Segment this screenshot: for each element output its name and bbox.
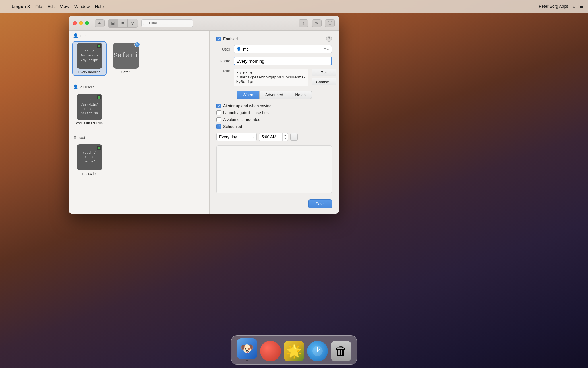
enabled-help-button[interactable]: ? [326, 36, 332, 42]
scripts-grid-me: sh ~/ Documents /MyScript Every morning … [69, 40, 209, 79]
menu-help[interactable]: Help [95, 4, 104, 9]
launch-again-label[interactable]: Launch again if it crashes [216, 110, 332, 115]
apple-menu[interactable]:  [5, 3, 7, 9]
user-field-label: User [216, 47, 230, 51]
run-field[interactable]: /bin/sh /Users/peterborgapps/Documents/ … [234, 69, 308, 86]
dock-item-perple[interactable]: 🌟 [284, 341, 304, 361]
menu-file[interactable]: File [35, 4, 42, 9]
perple-icon: 🌟 [284, 341, 304, 361]
scheduled-label[interactable]: Scheduled [216, 124, 332, 129]
detail-panel: Enabled ? User 👤 me ⌃⌄ Name Run [210, 31, 339, 214]
time-increment-button[interactable]: ▲ [283, 133, 288, 137]
script-icon-rootscript: touch / Users/ nenne/ [77, 144, 102, 170]
at-startup-text: At startup and when saving [223, 103, 272, 108]
menubar-list-icon[interactable]: ☰ [580, 4, 583, 9]
ball-icon [260, 341, 281, 361]
at-startup-label[interactable]: At startup and when saving [216, 103, 332, 108]
script-icon-every-morning: sh ~/ Documents /MyScript [77, 43, 102, 69]
name-row: Name [216, 57, 332, 65]
schedule-area [216, 145, 332, 193]
script-label-every-morning: Every morning [78, 70, 100, 74]
filter-input[interactable] [141, 19, 193, 27]
question-icon: ? [131, 21, 134, 26]
tabs-bar: When Advanced Notes [216, 91, 332, 99]
test-button[interactable]: Test [312, 69, 336, 76]
view-toggle-group: ⊞ ≡ ? [108, 19, 138, 28]
maximize-button[interactable] [85, 21, 89, 25]
schedule-dropdown[interactable]: Every day Every hour Every week Every mo… [216, 133, 257, 141]
user-dropdown-value: me [243, 47, 249, 51]
script-item-every-morning[interactable]: sh ~/ Documents /MyScript Every morning [73, 42, 106, 75]
green-dot-every-morning [97, 44, 101, 48]
divider-1 [69, 80, 209, 81]
finder-icon [237, 338, 257, 359]
launch-again-text: Launch again if it crashes [223, 110, 269, 115]
scheduled-checkbox[interactable] [216, 124, 221, 129]
green-dot-com-allusers [97, 95, 101, 99]
save-button[interactable]: Save [308, 199, 332, 208]
time-input[interactable] [259, 133, 282, 141]
share-button[interactable]: ↑ [299, 19, 308, 27]
dock-item-finder[interactable] [237, 338, 257, 361]
volume-mounted-checkbox[interactable] [216, 117, 221, 122]
section-all-users-label: all users [80, 85, 94, 89]
enabled-checkbox-label[interactable]: Enabled [216, 37, 238, 41]
menu-window[interactable]: Window [74, 4, 90, 9]
time-input-wrap: ▲ ▼ [259, 133, 288, 141]
user-row: User 👤 me ⌃⌄ [216, 45, 332, 53]
user-icon-small: 👤 [236, 47, 241, 51]
enabled-checkbox[interactable] [216, 37, 221, 41]
name-input[interactable] [234, 57, 332, 65]
filter-wrap: ⌕ [141, 19, 193, 27]
run-field-label: Run [216, 69, 230, 73]
schedule-dropdown-wrap: Every day Every hour Every week Every mo… [216, 133, 257, 141]
at-startup-checkbox[interactable] [216, 103, 221, 108]
dropdown-arrow: ⌃⌄ [324, 47, 329, 51]
scripts-grid-all-users: sh /usr/bin/ local/ script.sh com.alluse… [69, 91, 209, 131]
script-item-safari[interactable]: ✎ Safari Safari [109, 42, 142, 75]
share-icon: ↑ [302, 21, 305, 26]
section-root: 🖥 root [69, 133, 209, 141]
section-me-label: me [80, 34, 86, 38]
svg-point-3 [317, 350, 318, 352]
script-item-com-allusers[interactable]: sh /usr/bin/ local/ script.sh com.alluse… [73, 93, 106, 126]
close-button[interactable] [73, 21, 77, 25]
add-schedule-button[interactable]: + [290, 133, 298, 141]
menu-view[interactable]: View [60, 4, 69, 9]
titlebar: + ⊞ ≡ ? ⌕ ↑ ✎ ⓘ [69, 16, 339, 31]
scripts-grid-root: touch / Users/ nenne/ rootscript [69, 141, 209, 181]
quicktime-svg [312, 345, 323, 357]
app-name[interactable]: Lingon X [12, 4, 30, 9]
tab-advanced[interactable]: Advanced [259, 91, 289, 99]
volume-mounted-label[interactable]: A volume is mounted [216, 117, 332, 122]
tab-when[interactable]: When [237, 91, 259, 99]
grid-view-button[interactable]: ⊞ [108, 19, 118, 27]
dock-item-quicktime[interactable] [307, 341, 328, 361]
trash-icon: 🗑 [331, 341, 351, 361]
script-item-rootscript[interactable]: touch / Users/ nenne/ rootscript [73, 143, 106, 177]
user-dropdown[interactable]: 👤 me ⌃⌄ [234, 45, 332, 53]
pencil-icon: ✎ [315, 21, 319, 26]
script-icon-com-allusers: sh /usr/bin/ local/ script.sh [77, 94, 102, 120]
edit-button[interactable]: ✎ [312, 19, 322, 27]
add-button[interactable]: + [95, 19, 105, 27]
menubar-search-icon[interactable]: ⌕ [573, 4, 575, 9]
menu-edit[interactable]: Edit [47, 4, 55, 9]
script-label-safari: Safari [121, 70, 130, 74]
choose-button[interactable]: Choose... [312, 78, 336, 85]
info-icon: ⓘ [328, 20, 332, 26]
tab-notes[interactable]: Notes [289, 91, 312, 99]
list-view-button[interactable]: ≡ [118, 19, 128, 27]
quicktime-icon [307, 341, 328, 361]
info-button[interactable]: ⓘ [325, 19, 335, 27]
dock-item-trash[interactable]: 🗑 [331, 341, 351, 361]
user-icon-all-users: 👤 [73, 84, 78, 89]
help-view-button[interactable]: ? [128, 19, 138, 27]
traffic-lights [73, 21, 89, 25]
dock-item-ball[interactable] [260, 341, 281, 361]
time-decrement-button[interactable]: ▼ [283, 137, 288, 141]
grid-icon: ⊞ [111, 21, 115, 26]
minimize-button[interactable] [79, 21, 83, 25]
user-icon-me: 👤 [73, 33, 78, 38]
launch-again-checkbox[interactable] [216, 110, 221, 115]
